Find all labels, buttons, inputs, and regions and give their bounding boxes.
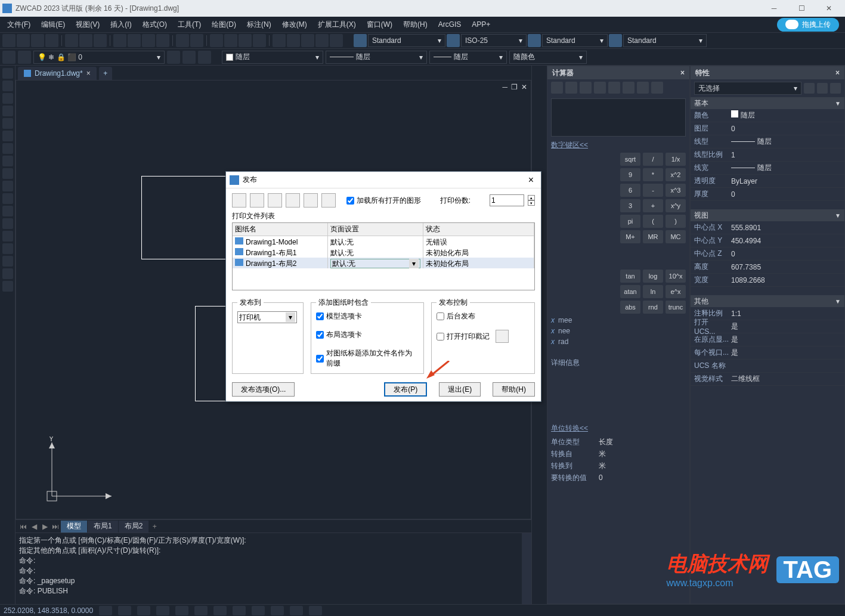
menu-item[interactable]: 标注(N) [242,17,276,32]
prop-row[interactable]: 高度607.7385 [691,261,844,274]
prop-row[interactable]: UCS 名称 [691,360,844,373]
zoom-ext-icon[interactable] [253,34,266,47]
group-basic[interactable]: 基本▼ [691,97,844,109]
menu-item[interactable]: 插入(I) [106,17,136,32]
tpalette-icon[interactable] [301,34,314,47]
calc-btn[interactable]: x^2 [666,168,686,181]
dlg-tool6-icon[interactable] [321,193,336,208]
revcloud-icon[interactable] [2,156,13,166]
osnap-toggle[interactable] [175,606,188,615]
calc-icon[interactable] [315,34,329,47]
publish-icon[interactable] [94,34,107,47]
prop-row[interactable]: 每个视口...是 [691,346,844,360]
snap-toggle[interactable] [99,606,112,615]
textstyle-icon[interactable] [354,34,367,47]
calc-btn[interactable]: 9 [620,168,640,181]
doc-close-icon[interactable]: ✕ [521,83,527,91]
close-tab-icon[interactable]: × [86,69,91,78]
menu-item[interactable]: 窗口(W) [362,17,397,32]
menu-item[interactable]: 绘图(D) [207,17,241,32]
publish-to-select[interactable]: 打印机▾ [237,311,297,323]
menu-item[interactable]: 帮助(H) [398,17,432,32]
calc-btn[interactable]: pi [620,215,640,228]
calc-btn[interactable]: ( [643,215,663,228]
unit-row[interactable]: 单位类型长度 [551,436,686,448]
gradient-icon[interactable] [2,256,13,267]
calc-btn[interactable]: atan [620,285,640,298]
stamp-settings-icon[interactable] [496,330,509,343]
grid-toggle[interactable] [118,606,131,615]
tablestyle-dropdown[interactable]: Standard▾ [542,34,608,47]
prop-row[interactable]: 中心点 Y450.4994 [691,234,844,247]
maximize-button[interactable]: ☐ [788,0,815,17]
file-tab[interactable]: Drawing1.dwg* × [18,67,97,80]
plotstyle-dropdown[interactable]: 随颜色▾ [509,51,587,64]
prop-row[interactable]: 厚度0 [691,188,844,201]
calc-dist-icon[interactable] [608,82,620,94]
sheet-row[interactable]: Drawing1-布局2默认:无▾未初始化布局 [233,258,534,268]
unit-row[interactable]: 转换自米 [551,448,686,460]
rect-icon[interactable] [2,118,13,129]
circle-icon[interactable] [2,143,13,154]
calc-clear-icon[interactable] [551,82,563,94]
lwt-toggle[interactable] [213,606,227,615]
bg-checkbox[interactable]: 后台发布 [437,311,530,321]
cloud-icon2[interactable] [330,34,343,47]
color-dropdown[interactable]: 随层▾ [222,51,323,64]
dimstyle-icon[interactable] [447,34,460,47]
unit-row[interactable]: 转换到米 [551,460,686,472]
dlg-tool3-icon[interactable] [268,193,282,208]
table-icon[interactable] [2,281,13,292]
redo-icon[interactable] [190,34,203,47]
cut-icon[interactable] [113,34,126,47]
tab-next-icon[interactable]: ▶ [39,521,50,532]
calc-btn[interactable]: 1/x [666,153,686,166]
region-icon[interactable] [2,268,13,279]
linetype-dropdown[interactable]: 随层▾ [326,51,427,64]
props-quick-icon[interactable] [817,83,828,94]
pline-icon[interactable] [2,93,13,104]
calc-display[interactable] [551,98,686,137]
calc-getpt-icon[interactable] [594,82,606,94]
lineweight-dropdown[interactable]: 随层▾ [429,51,507,64]
zoom-win-icon[interactable] [239,34,252,47]
calc-btn[interactable]: 3 [620,199,640,212]
prop-row[interactable]: 中心点 Z0 [691,247,844,261]
props-toggle-icon[interactable] [804,83,815,94]
mleader-icon[interactable] [609,34,622,47]
prop-row[interactable]: 中心点 X555.8901 [691,221,844,234]
calc-var[interactable]: xmee [551,315,686,326]
prefix-checkbox[interactable]: 对图纸标题添加文件名作为前缀 [316,348,419,369]
cycle-toggle[interactable] [271,606,284,615]
calc-btn[interactable]: ) [666,215,686,228]
scale-toggle[interactable] [309,606,322,615]
model-tab-checkbox[interactable]: 模型选项卡 [316,311,419,321]
tab-add-icon[interactable]: + [149,521,160,532]
saveas-icon[interactable] [45,34,58,47]
doc-min-icon[interactable]: ─ [502,83,507,91]
calc-btn[interactable]: abs [620,301,640,314]
block-icon[interactable] [2,206,13,216]
mleader-dropdown[interactable]: Standard▾ [623,34,707,47]
layer-states-icon[interactable] [18,51,31,64]
unit-label[interactable]: 单位转换<< [551,424,588,432]
calc-btn[interactable]: MR [643,230,663,243]
layer-prev-icon[interactable] [167,51,180,64]
dlg-tool1-icon[interactable] [232,193,246,208]
tab-last-icon[interactable]: ⏭ [50,521,61,532]
col-sheetname[interactable]: 图纸名 [233,223,328,236]
pan-icon[interactable] [210,34,223,47]
ellipse-icon[interactable] [2,181,13,191]
calc-btn[interactable]: M+ [620,230,640,243]
ellipsearc-icon[interactable] [2,193,13,204]
menu-item[interactable]: 编辑(E) [36,17,70,32]
prop-row[interactable]: 视觉样式二维线框 [691,373,844,386]
calc-btn[interactable]: log [643,270,663,283]
upload-button[interactable]: 拖拽上传 [777,18,839,32]
calc-help-icon[interactable] [651,82,663,94]
ortho-toggle[interactable] [137,606,150,615]
publish-options-button[interactable]: 发布选项(O)... [232,382,295,397]
numpad-label[interactable]: 数字键区<< [551,141,588,149]
props-close-icon[interactable]: × [835,69,840,77]
selection-dropdown[interactable]: 无选择▾ [694,82,801,95]
